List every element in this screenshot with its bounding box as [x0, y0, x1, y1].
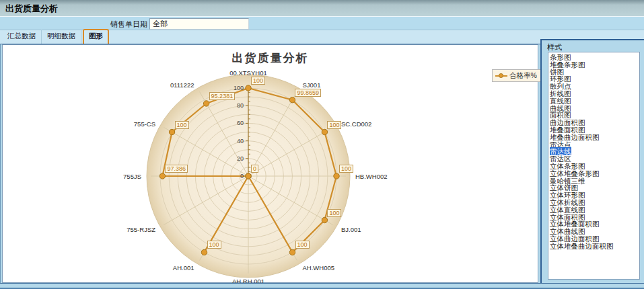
category-label: 755-CS: [134, 120, 155, 127]
window-header: 出货质量分析: [0, 0, 644, 16]
value-label: 100: [251, 77, 265, 85]
category-label: AH.001: [173, 263, 194, 271]
radar-svg: [3, 45, 538, 282]
category-label: 755-RJSZ: [127, 225, 155, 233]
data-point: [289, 97, 295, 103]
value-label: 95.2381: [209, 92, 236, 100]
value-label: 100: [295, 241, 310, 249]
axis-tick-label: 60: [237, 120, 244, 126]
data-point: [159, 173, 165, 179]
category-label: SJ001: [303, 81, 321, 89]
data-point: [322, 129, 327, 134]
radar-chart: 出货质量分析 合格率% 02040608010000.XTSYH01SJ001S…: [3, 45, 538, 282]
value-label: 100: [339, 165, 353, 173]
style-panel: 样式 条形图堆叠条形图饼图环形图散列点折线图直线图曲线图面积图曲边面积图堆叠面积…: [540, 39, 644, 284]
axis-tick-label: 80: [237, 102, 244, 109]
tab-2[interactable]: 图形: [83, 29, 109, 44]
data-point: [246, 173, 251, 179]
category-label: BJ.001: [341, 225, 361, 233]
tab-0[interactable]: 汇总数据: [2, 30, 42, 44]
chart-title: 出货质量分析: [3, 50, 538, 66]
axis-tick-label: 100: [234, 85, 244, 91]
data-point: [322, 217, 327, 222]
data-point: [334, 173, 339, 179]
data-point: [203, 101, 209, 106]
value-label: 0: [251, 165, 258, 173]
data-point: [201, 249, 207, 255]
category-label: SC.CD002: [341, 120, 371, 127]
app-window: 出货质量分析 销售单日期 汇总数据明细数据图形 出货质量分析 合格率% 0204…: [0, 0, 644, 289]
data-point: [246, 85, 251, 91]
axis-tick-label: 20: [237, 155, 244, 162]
chart-style-listbox[interactable]: 条形图堆叠条形图饼图环形图散列点折线图直线图曲线图面积图曲边面积图堆叠面积图堆叠…: [548, 52, 640, 280]
data-point: [169, 129, 174, 134]
value-label: 100: [207, 241, 221, 249]
value-label: 99.8659: [295, 89, 321, 97]
sales-date-input[interactable]: [149, 18, 249, 30]
filter-bar: 销售单日期: [0, 16, 644, 30]
style-panel-title: 样式: [547, 42, 562, 52]
category-label: 755JS: [123, 173, 141, 180]
value-label: 97.386: [165, 165, 188, 173]
legend-line-marker-icon: [495, 73, 507, 79]
style-list-item[interactable]: 立体堆叠曲边面积图: [550, 243, 639, 250]
tab-1[interactable]: 明细数据: [42, 30, 81, 44]
category-label: AH.WH005: [303, 263, 335, 271]
chart-legend: 合格率%: [492, 69, 542, 82]
data-point: [289, 249, 295, 255]
category-label: HB.WH002: [355, 173, 388, 180]
bottom-strip: [0, 283, 644, 289]
axis-tick-label: 40: [237, 138, 244, 144]
value-label: 100: [327, 121, 341, 129]
category-label: 00.XTSYH01: [229, 69, 266, 77]
value-label: 100: [175, 121, 189, 129]
sales-date-label: 销售单日期: [110, 19, 147, 30]
value-label: 100: [327, 209, 341, 217]
chart-panel: 出货质量分析 合格率% 02040608010000.XTSYH01SJ001S…: [2, 44, 538, 283]
legend-series-label: 合格率%: [509, 71, 537, 81]
axis-tick-label: 0: [240, 173, 244, 179]
page-title: 出货质量分析: [5, 3, 58, 15]
category-label: 0111222: [170, 81, 194, 89]
